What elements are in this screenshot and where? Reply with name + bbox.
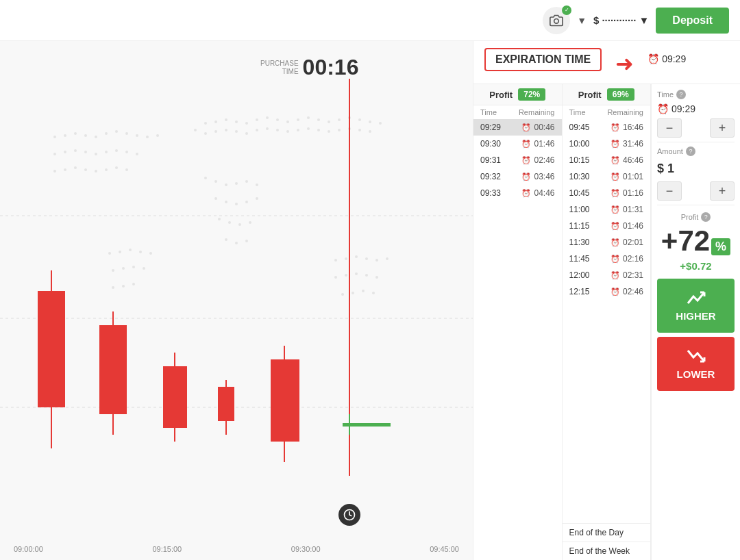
clock-icon: ⏰ bbox=[610, 288, 620, 296]
profit-info-icon[interactable]: ? bbox=[701, 212, 711, 222]
time-row[interactable]: 11:00 ⏰01:31 bbox=[563, 201, 651, 218]
row-remaining: ⏰46:46 bbox=[610, 155, 643, 165]
row-time: 10:45 bbox=[569, 188, 590, 198]
profit-badge-left: 72% bbox=[518, 88, 545, 101]
time-panel-left: Profit 72% Time Remaining 09:29 ⏰00:46 bbox=[473, 84, 563, 560]
time-row[interactable]: 09:32 ⏰03:46 bbox=[473, 168, 562, 185]
x-label-2: 09:15:00 bbox=[152, 545, 182, 553]
main-layout: PURCHASE TIME 00:16 bbox=[0, 41, 740, 560]
row-remaining: ⏰01:16 bbox=[610, 188, 643, 198]
clock-icon: ⏰ bbox=[521, 123, 531, 132]
row-time: 09:29 bbox=[480, 123, 501, 132]
controls-panel: Time ? ⏰ 09:29 − + Amount ? $ 1 bbox=[651, 84, 740, 560]
time-row[interactable]: 09:45 ⏰16:46 bbox=[563, 119, 651, 136]
clock-icon: ⏰ bbox=[610, 238, 620, 247]
expiration-section: EXPIRATION TIME ➜ ⏰ 09:29 bbox=[473, 41, 740, 84]
col-headers-right: Time Remaining bbox=[563, 105, 651, 119]
time-info-icon[interactable]: ? bbox=[676, 90, 686, 99]
row-remaining: ⏰02:31 bbox=[610, 270, 643, 280]
time-row[interactable]: 11:45 ⏰02:16 bbox=[563, 251, 651, 267]
row-time: 12:00 bbox=[569, 270, 590, 280]
time-list-left[interactable]: 09:29 ⏰00:46 09:30 ⏰01:46 09:31 bbox=[473, 119, 562, 560]
profit-dollar: +$0.72 bbox=[657, 260, 735, 272]
clock-icon: ⏰ bbox=[610, 140, 620, 149]
clock-icon: ⏰ bbox=[521, 173, 531, 181]
time-plus-button[interactable]: + bbox=[710, 118, 735, 138]
clock-icon: ⏰ bbox=[610, 222, 620, 231]
time-row[interactable]: 09:33 ⏰04:46 bbox=[473, 185, 562, 201]
time-row[interactable]: 09:30 ⏰01:46 bbox=[473, 136, 562, 152]
row-time: 09:30 bbox=[480, 139, 501, 149]
svg-rect-117 bbox=[38, 291, 65, 407]
svg-rect-121 bbox=[163, 366, 187, 428]
timer-circle bbox=[338, 504, 360, 526]
time-control-label: Time ? bbox=[657, 90, 735, 99]
time-row[interactable]: 11:15 ⏰01:46 bbox=[563, 218, 651, 234]
x-label-1: 09:00:00 bbox=[14, 545, 43, 553]
balance-display[interactable]: $ ············ ▼ bbox=[593, 14, 649, 26]
row-time: 10:00 bbox=[569, 139, 590, 149]
clock-icon: ⏰ bbox=[610, 173, 620, 181]
svg-rect-119 bbox=[99, 325, 127, 414]
higher-button[interactable]: HIGHER bbox=[657, 279, 735, 333]
dropdown-arrow[interactable]: ▼ bbox=[577, 15, 587, 26]
row-remaining: ⏰01:01 bbox=[610, 172, 643, 181]
divider-2 bbox=[657, 205, 735, 205]
time-row[interactable]: 11:30 ⏰02:01 bbox=[563, 234, 651, 251]
row-time: 10:15 bbox=[569, 155, 590, 165]
time-row[interactable]: 12:15 ⏰02:46 bbox=[563, 283, 651, 300]
deposit-button[interactable]: Deposit bbox=[656, 8, 729, 34]
row-remaining: ⏰04:46 bbox=[521, 188, 554, 198]
end-of-week-label[interactable]: End of the Week bbox=[563, 542, 651, 560]
lower-button[interactable]: LOWER bbox=[657, 337, 735, 391]
profit-badge-right: 69% bbox=[607, 88, 634, 101]
row-remaining: ⏰02:46 bbox=[610, 287, 643, 296]
row-time: 10:30 bbox=[569, 172, 590, 181]
time-row[interactable]: 10:15 ⏰46:46 bbox=[563, 152, 651, 168]
row-time: 09:45 bbox=[569, 123, 590, 132]
row-time: 11:30 bbox=[569, 238, 590, 247]
amount-stepper-row: − + bbox=[657, 181, 735, 201]
row-remaining: ⏰02:46 bbox=[521, 155, 554, 165]
time-row[interactable]: 10:45 ⏰01:16 bbox=[563, 185, 651, 201]
lower-icon bbox=[687, 348, 706, 364]
row-remaining: ⏰02:16 bbox=[610, 254, 643, 264]
time-row[interactable]: 10:30 ⏰01:01 bbox=[563, 168, 651, 185]
row-remaining: ⏰16:46 bbox=[610, 123, 643, 132]
amount-plus-button[interactable]: + bbox=[710, 181, 735, 201]
svg-rect-123 bbox=[218, 387, 234, 421]
profit-pct-badge: % bbox=[711, 238, 730, 255]
purchase-time-label: PURCHASE TIME bbox=[260, 60, 299, 76]
end-of-day-label[interactable]: End of the Day bbox=[563, 523, 651, 542]
x-label-4: 09:45:00 bbox=[430, 545, 459, 553]
expiration-selected-time: ⏰ 09:29 bbox=[648, 48, 686, 64]
time-row[interactable]: 10:00 ⏰31:46 bbox=[563, 136, 651, 152]
arrow-right-icon: ➜ bbox=[615, 51, 634, 77]
row-time: 09:31 bbox=[480, 155, 501, 165]
profit-label-left: Profit bbox=[489, 90, 513, 100]
row-remaining: ⏰01:31 bbox=[610, 205, 643, 214]
clock-icon: ⏰ bbox=[610, 189, 620, 198]
clock-icon: ⏰ bbox=[521, 156, 531, 165]
row-remaining: ⏰01:46 bbox=[610, 221, 643, 231]
time-row[interactable]: 09:29 ⏰00:46 bbox=[473, 119, 562, 136]
time-minus-button[interactable]: − bbox=[657, 118, 682, 138]
balance-dots: ············ bbox=[602, 14, 636, 26]
time-list-right[interactable]: 09:45 ⏰16:46 10:00 ⏰31:46 10:15 ⏰46:46 1… bbox=[563, 119, 651, 523]
balance-icon: $ bbox=[593, 14, 599, 26]
amount-control-label: Amount ? bbox=[657, 147, 735, 156]
right-panel: EXPIRATION TIME ➜ ⏰ 09:29 Profit 72% Tim… bbox=[473, 41, 740, 560]
time-stepper-row: − + bbox=[657, 118, 735, 138]
time-row[interactable]: 12:00 ⏰02:31 bbox=[563, 267, 651, 283]
amount-minus-button[interactable]: − bbox=[657, 181, 682, 201]
profit-label-right: Profit bbox=[578, 90, 602, 100]
amount-info-icon[interactable]: ? bbox=[686, 147, 695, 156]
controls-inner: Profit 72% Time Remaining 09:29 ⏰00:46 bbox=[473, 84, 740, 560]
camera-button[interactable]: ✓ bbox=[543, 7, 570, 34]
time-row[interactable]: 09:31 ⏰02:46 bbox=[473, 152, 562, 168]
clock-icon: ⏰ bbox=[610, 205, 620, 214]
row-remaining: ⏰00:46 bbox=[521, 123, 554, 132]
row-time: 11:00 bbox=[569, 205, 590, 214]
higher-icon bbox=[687, 290, 706, 306]
row-time: 09:32 bbox=[480, 172, 501, 181]
